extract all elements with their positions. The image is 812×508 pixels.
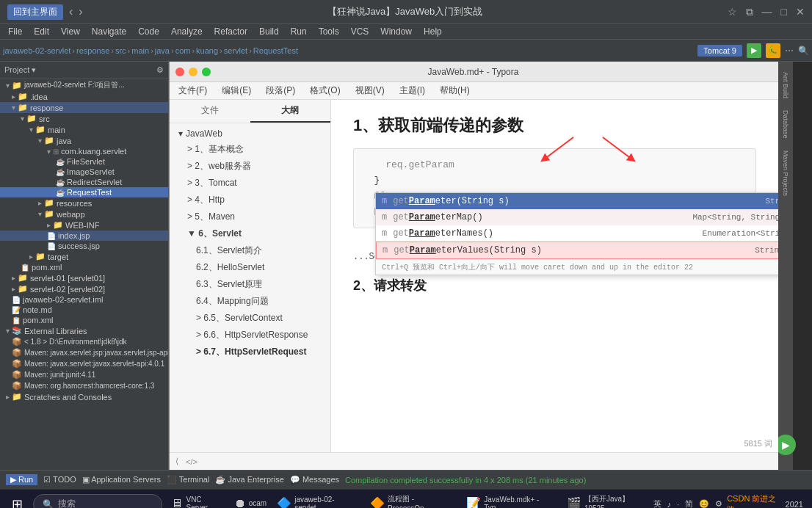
volume-icon[interactable]: ♪ xyxy=(667,500,672,509)
ime-cn[interactable]: 简 xyxy=(685,498,693,508)
outline-javaweb[interactable]: ▾ JavaWeb xyxy=(170,126,330,141)
more-btn[interactable]: ⋯ xyxy=(785,46,794,56)
typora-menu-format[interactable]: 格式(O) xyxy=(307,83,343,98)
tree-servlet02[interactable]: ▸ 📁 servlet-02 [servlet02] xyxy=(0,283,168,294)
taskbar-app-processon[interactable]: 🔶 流程图 - ProcessOn... xyxy=(366,493,460,509)
tree-indexjsp[interactable]: 📄 index.jsp xyxy=(0,231,168,241)
tomcat-button[interactable]: Tomcat 9 xyxy=(697,45,742,57)
bc-project[interactable]: javaweb-02-servlet xyxy=(3,46,70,55)
menu-run[interactable]: Run xyxy=(286,25,312,38)
autocomplete-item-3[interactable]: m getParameterNames() Enumeration<String… xyxy=(376,225,778,242)
tree-servlet01[interactable]: ▸ 📁 servlet-01 [servlet01] xyxy=(0,272,168,283)
autocomplete-item-4[interactable]: m getParameterValues(String s) String[] xyxy=(376,242,778,259)
tree-jdk[interactable]: 📦 < 1.8 > D:\Environment\jdk8\jdk xyxy=(0,336,168,347)
maximize-btn[interactable]: □ xyxy=(781,6,787,18)
ime-en[interactable]: 英 xyxy=(653,498,661,508)
tree-maven-jsp[interactable]: 📦 Maven: javax.servlet.jsp:javax.servlet… xyxy=(0,347,168,358)
side-maven-icon[interactable]: Maven Projects xyxy=(780,148,791,199)
tree-requesttest[interactable]: ☕ RequestTest xyxy=(0,187,168,197)
bc-src[interactable]: src xyxy=(115,46,126,55)
typora-menu-help[interactable]: 帮助(H) xyxy=(437,83,473,98)
tree-response[interactable]: ▾ 📁 response xyxy=(0,102,168,113)
bc-requesttest[interactable]: RequestTest xyxy=(253,46,298,55)
typora-menu-edit[interactable]: 编辑(E) xyxy=(219,83,254,98)
typora-menu-file[interactable]: 文件(F) xyxy=(175,83,210,98)
messages-tab[interactable]: 💬 Messages xyxy=(290,475,339,485)
bc-com[interactable]: com xyxy=(175,46,191,55)
menu-code[interactable]: Code xyxy=(133,25,164,38)
tree-rootpom[interactable]: 📋 pom.xml xyxy=(0,315,168,325)
bookmark-icon[interactable]: ☆ xyxy=(728,6,737,18)
menu-edit[interactable]: Edit xyxy=(29,25,54,38)
side-db-icon[interactable]: Database xyxy=(780,107,791,142)
bc-kuang[interactable]: kuang xyxy=(196,46,218,55)
typora-close-btn[interactable] xyxy=(175,68,184,76)
taskbar-app-typora[interactable]: 📝 JavaWeb.mdk+ - Typ... xyxy=(462,493,561,509)
outline-servlet-principle[interactable]: 6.3、Servlet原理 xyxy=(170,276,330,293)
taskbar-app-video[interactable]: 🎬 【西开Java】19525 xyxy=(562,493,652,509)
menu-refactor[interactable]: Refactor xyxy=(209,25,253,38)
outline-servlet-intro[interactable]: 6.1、Servlet简介 xyxy=(170,242,330,259)
terminal-tab[interactable]: ⬛ Terminal xyxy=(167,475,209,485)
bc-main[interactable]: main xyxy=(131,46,149,55)
tree-notemd[interactable]: 📝 note.md xyxy=(0,305,168,315)
run-tab[interactable]: ▶ Run xyxy=(6,474,37,485)
debug-button[interactable]: 🐛 xyxy=(766,43,780,58)
panel-settings-icon[interactable]: ⚙ xyxy=(156,65,164,75)
tree-idea[interactable]: ▸ 📁 .idea xyxy=(0,91,168,102)
outline-basic[interactable]: > 1、基本概念 xyxy=(170,141,330,158)
menu-navigate[interactable]: Navigate xyxy=(87,25,131,38)
outline-helloservlet[interactable]: 6.2、HelloServlet xyxy=(170,259,330,276)
typora-max-btn[interactable] xyxy=(202,68,211,76)
typora-min-btn[interactable] xyxy=(189,68,197,76)
tree-pomxml[interactable]: 📋 pom.xml xyxy=(0,262,168,272)
menu-view[interactable]: View xyxy=(56,25,85,38)
tree-iml[interactable]: 📄 javaweb-02-servlet.iml xyxy=(0,294,168,305)
tree-extlibs[interactable]: ▾ 📚 External Libraries xyxy=(0,325,168,336)
tree-root[interactable]: ▾ 📁 javaweb-02-servlet F:\项目管... xyxy=(0,79,168,91)
menu-build[interactable]: Build xyxy=(254,25,284,38)
search-icon[interactable]: 🔍 xyxy=(798,46,809,56)
tree-java[interactable]: ▾ 📁 java xyxy=(0,135,168,146)
menu-help[interactable]: Help xyxy=(418,25,447,38)
tree-redirectservlet[interactable]: ☕ RedirectServlet xyxy=(0,177,168,187)
tab-file[interactable]: 文件 xyxy=(170,100,250,123)
tree-scratches[interactable]: ▸ 📁 Scratches and Consoles xyxy=(0,391,168,402)
outline-servletcontext[interactable]: > 6.5、ServletContext xyxy=(170,310,330,327)
tree-main[interactable]: ▾ 📁 main xyxy=(0,124,168,135)
minimize-btn[interactable]: — xyxy=(762,6,772,18)
tree-maven-hamcrest[interactable]: 📦 Maven: org.hamcrest:hamcrest-core:1.3 xyxy=(0,380,168,391)
menu-vcs[interactable]: VCS xyxy=(346,25,374,38)
bc-response[interactable]: response xyxy=(76,46,109,55)
menu-tools[interactable]: Tools xyxy=(313,25,344,38)
typora-nav-code[interactable]: </> xyxy=(186,457,197,466)
close-btn[interactable]: ✕ xyxy=(796,6,805,18)
menu-analyze[interactable]: Analyze xyxy=(166,25,208,38)
side-ant-icon[interactable]: Ant Build xyxy=(780,69,791,101)
typora-menu-view[interactable]: 视图(V) xyxy=(352,83,388,98)
autocomplete-item-1[interactable]: m getParameter(String s) String xyxy=(376,193,778,209)
tab-outline[interactable]: 大纲 xyxy=(250,100,331,123)
outline-http[interactable]: > 4、Http xyxy=(170,192,330,208)
tree-resources[interactable]: ▸ 📁 resources xyxy=(0,197,168,208)
start-button[interactable]: ⊞ xyxy=(3,493,32,509)
autocomplete-popup[interactable]: m getParameter(String s) String m getPar… xyxy=(375,192,778,275)
tree-target[interactable]: ▸ 📁 target xyxy=(0,251,168,262)
todo-tab[interactable]: ☑ TODO xyxy=(43,475,76,485)
bc-java[interactable]: java xyxy=(155,46,170,55)
typora-menu-theme[interactable]: 主题(I) xyxy=(396,83,428,98)
outline-mapping[interactable]: 6.4、Mapping问题 xyxy=(170,293,330,310)
typora-menu-para[interactable]: 段落(P) xyxy=(263,83,298,98)
settings-icon[interactable]: ⚙ xyxy=(715,499,722,508)
taskbar-app-ocam[interactable]: ⏺ ocam xyxy=(230,493,271,509)
play-button[interactable]: ▶ xyxy=(775,435,796,455)
tree-fileservlet[interactable]: ☕ FileServlet xyxy=(0,156,168,167)
menu-file[interactable]: File xyxy=(3,25,27,38)
outline-httpservletresponse[interactable]: > 6.6、HttpServletResponse xyxy=(170,327,330,344)
tree-imageservlet[interactable]: ☕ ImageServlet xyxy=(0,167,168,177)
menu-window[interactable]: Window xyxy=(375,25,417,38)
typora-nav-left[interactable]: ⟨ xyxy=(175,457,178,466)
outline-webserver[interactable]: > 2、web服务器 xyxy=(170,158,330,175)
tree-maven-servlet[interactable]: 📦 Maven: javax.servlet:javax.servlet-api… xyxy=(0,358,168,369)
duplicate-icon[interactable]: ⧉ xyxy=(746,6,753,18)
